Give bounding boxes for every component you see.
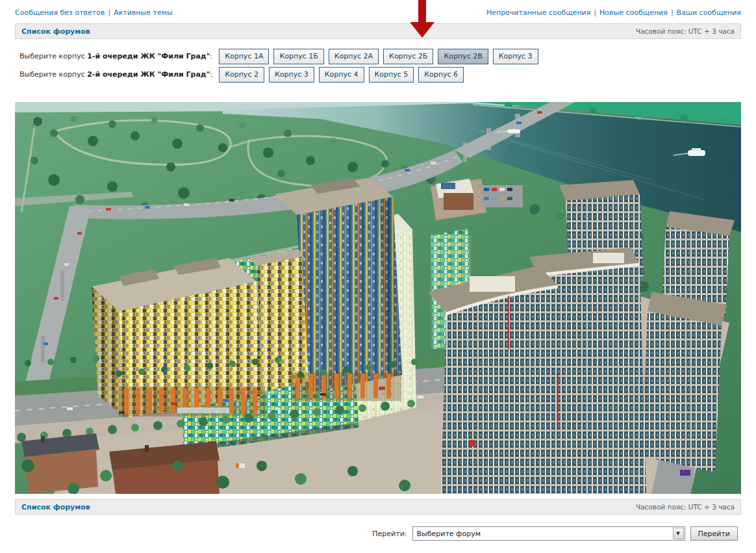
- top-links-left: Сообщения без ответов|Активные темы: [15, 8, 173, 17]
- timezone-label: Часовой пояс: UTC + 3 часа: [636, 27, 735, 35]
- korpus-3-phase2-button[interactable]: Корпус 3: [269, 67, 314, 83]
- link-new-posts[interactable]: Новые сообщения: [599, 8, 668, 17]
- selector-row-phase1: Выберите корпус 1-й очереди ЖК "Фили Гра…: [19, 48, 741, 64]
- selector-row-phase2: Выберите корпус 2-й очереди ЖК "Фили Гра…: [19, 66, 741, 83]
- link-your-posts[interactable]: Ваши сообщения: [677, 8, 741, 17]
- korpus-2v-button-selected[interactable]: Корпус 2В: [438, 49, 488, 64]
- korpus-6-button[interactable]: Корпус 6: [418, 67, 464, 83]
- chevron-down-icon[interactable]: ▼: [673, 528, 684, 539]
- selector-label-phase2: Выберите корпус 2-й очереди ЖК "Фили Гра…: [19, 70, 212, 79]
- korpus-3-phase1-button[interactable]: Корпус 3: [493, 49, 538, 64]
- top-links-right: Непрочитанные сообщения|Новые сообщения|…: [486, 8, 741, 17]
- korpus-1b-button[interactable]: Корпус 1Б: [273, 49, 323, 64]
- link-active-topics[interactable]: Активные темы: [114, 8, 173, 17]
- forum-select-value: Выберите форум: [413, 530, 481, 538]
- forum-list-bar-top: Список форумов Часовой пояс: UTC + 3 час…: [15, 23, 741, 39]
- korpus-1a-button[interactable]: Корпус 1А: [219, 49, 269, 64]
- building-selectors: Выберите корпус 1-й очереди ЖК "Фили Гра…: [19, 48, 741, 84]
- selector-label-phase1: Выберите корпус 1-й очереди ЖК "Фили Гра…: [19, 52, 212, 60]
- forum-list-link[interactable]: Список форумов: [21, 27, 90, 36]
- korpus-5-button[interactable]: Корпус 5: [369, 67, 414, 83]
- link-unanswered-posts[interactable]: Сообщения без ответов: [15, 8, 105, 17]
- forum-list-bar-bottom: Список форумов Часовой пояс: UTC + 3 час…: [15, 499, 741, 515]
- korpus-4-button[interactable]: Корпус 4: [319, 67, 364, 83]
- forum-select[interactable]: Выберите форум ▼: [412, 526, 685, 541]
- complex-aerial-render-image: [15, 102, 741, 494]
- separator: |: [108, 8, 110, 17]
- separator: |: [671, 8, 674, 17]
- red-arrow-icon: [410, 0, 435, 39]
- korpus-2b-button[interactable]: Корпус 2Б: [383, 49, 433, 64]
- korpus-2-button[interactable]: Корпус 2: [219, 67, 264, 83]
- jump-row: Перейти: Выберите форум ▼ Перейти: [372, 526, 738, 541]
- separator: |: [594, 8, 596, 17]
- jump-label: Перейти:: [372, 530, 407, 538]
- forum-list-link[interactable]: Список форумов: [21, 503, 90, 511]
- link-unread-posts[interactable]: Непрочитанные сообщения: [486, 8, 590, 17]
- timezone-label: Часовой пояс: UTC + 3 часа: [636, 503, 735, 511]
- forum-page: Сообщения без ответов|Активные темы Непр…: [0, 0, 756, 553]
- korpus-2a-button[interactable]: Корпус 2А: [329, 49, 379, 64]
- go-button[interactable]: Перейти: [690, 526, 738, 541]
